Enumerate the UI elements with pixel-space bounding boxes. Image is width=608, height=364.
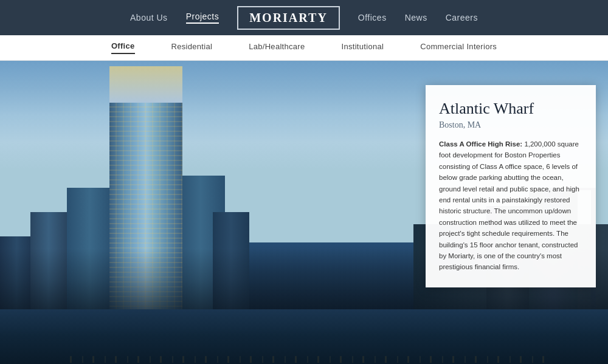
main-building-top <box>109 66 182 103</box>
project-info-card: Atlantic Wharf Boston, MA Class A Office… <box>426 85 596 287</box>
hero-background: Atlantic Wharf Boston, MA Class A Office… <box>0 61 608 364</box>
top-navigation: About Us Projects MORIARTY Offices News … <box>0 0 608 35</box>
nav-about-us[interactable]: About Us <box>130 13 168 22</box>
project-title: Atlantic Wharf <box>439 100 582 118</box>
site-logo[interactable]: MORIARTY <box>237 6 340 30</box>
subnav-residential[interactable]: Residential <box>171 42 213 53</box>
subnav-commercial-interiors[interactable]: Commercial Interiors <box>420 42 497 53</box>
nav-careers[interactable]: Careers <box>446 13 478 22</box>
water-reflections <box>61 356 547 363</box>
subnav-office[interactable]: Office <box>111 41 135 54</box>
subnav-lab-healthcare[interactable]: Lab/Healthcare <box>249 42 305 53</box>
nav-offices[interactable]: Offices <box>358 13 387 22</box>
nav-projects[interactable]: Projects <box>186 12 219 24</box>
project-location: Boston, MA <box>439 120 582 130</box>
subnav-institutional[interactable]: Institutional <box>342 42 384 53</box>
water-area <box>0 309 608 364</box>
sub-navigation: Office Residential Lab/Healthcare Instit… <box>0 35 608 61</box>
project-description-bold: Class A Office High Rise: <box>439 140 522 148</box>
project-description-text: 1,200,000 square foot development for Bo… <box>439 140 579 270</box>
hero-section: Atlantic Wharf Boston, MA Class A Office… <box>0 61 608 364</box>
nav-news[interactable]: News <box>405 13 427 22</box>
project-description: Class A Office High Rise: 1,200,000 squa… <box>439 139 582 273</box>
nav-links-left: About Us Projects <box>130 12 219 24</box>
nav-links-right: Offices News Careers <box>358 13 478 22</box>
